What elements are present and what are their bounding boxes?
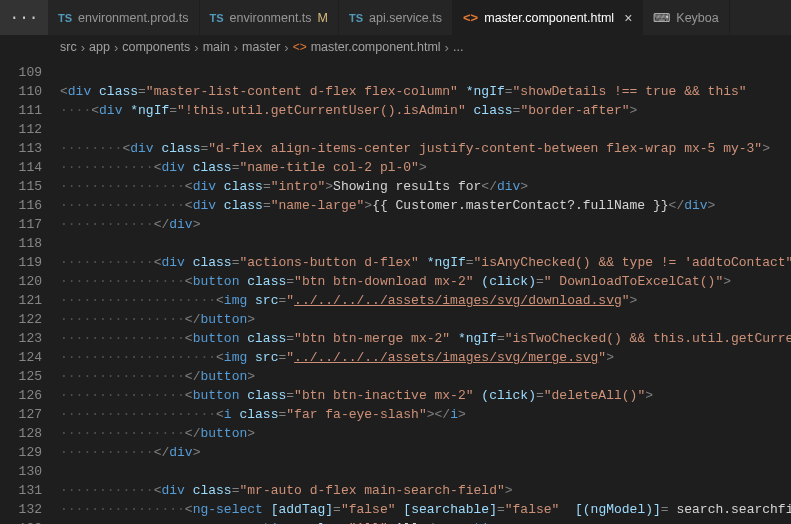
breadcrumb-part[interactable]: src	[60, 40, 77, 54]
breadcrumb-file[interactable]: master.component.html	[311, 40, 441, 54]
typescript-icon: TS	[349, 12, 363, 24]
close-icon[interactable]: ×	[624, 10, 632, 26]
activity-bar-more[interactable]: ···	[0, 0, 48, 35]
tab-label: api.service.ts	[369, 11, 442, 25]
html-icon: <>	[293, 40, 307, 54]
code-content[interactable]: <div class="master-list-content d-flex f…	[60, 59, 791, 524]
code-editor[interactable]: 1091101111121131141151161171181191201211…	[0, 59, 791, 524]
tab-environment[interactable]: TS environment.ts M	[200, 0, 339, 35]
chevron-right-icon: ›	[114, 40, 118, 55]
tab-label: environment.ts	[230, 11, 312, 25]
breadcrumb-part[interactable]: components	[122, 40, 190, 54]
breadcrumb-tail[interactable]: ...	[453, 40, 463, 54]
typescript-icon: TS	[210, 12, 224, 24]
tab-label: environment.prod.ts	[78, 11, 188, 25]
line-number-gutter: 1091101111121131141151161171181191201211…	[0, 59, 60, 524]
tab-label: master.component.html	[484, 11, 614, 25]
typescript-icon: TS	[58, 12, 72, 24]
keyboard-icon: ⌨	[653, 11, 670, 25]
breadcrumb[interactable]: src › app › components › main › master ›…	[0, 35, 791, 59]
breadcrumb-part[interactable]: app	[89, 40, 110, 54]
tab-keyboard[interactable]: ⌨ Keyboa	[643, 0, 729, 35]
tab-modified-badge: M	[318, 11, 328, 25]
tab-api-service[interactable]: TS api.service.ts	[339, 0, 453, 35]
chevron-right-icon: ›	[81, 40, 85, 55]
chevron-right-icon: ›	[234, 40, 238, 55]
tab-master-component[interactable]: <> master.component.html ×	[453, 0, 643, 35]
chevron-right-icon: ›	[284, 40, 288, 55]
tab-environment-prod[interactable]: TS environment.prod.ts	[48, 0, 200, 35]
ellipsis-icon: ···	[10, 9, 39, 27]
tab-label: Keyboa	[676, 11, 718, 25]
html-icon: <>	[463, 10, 478, 25]
breadcrumb-part[interactable]: main	[203, 40, 230, 54]
editor-tabs: TS environment.prod.ts TS environment.ts…	[48, 0, 791, 35]
chevron-right-icon: ›	[445, 40, 449, 55]
chevron-right-icon: ›	[194, 40, 198, 55]
breadcrumb-part[interactable]: master	[242, 40, 280, 54]
